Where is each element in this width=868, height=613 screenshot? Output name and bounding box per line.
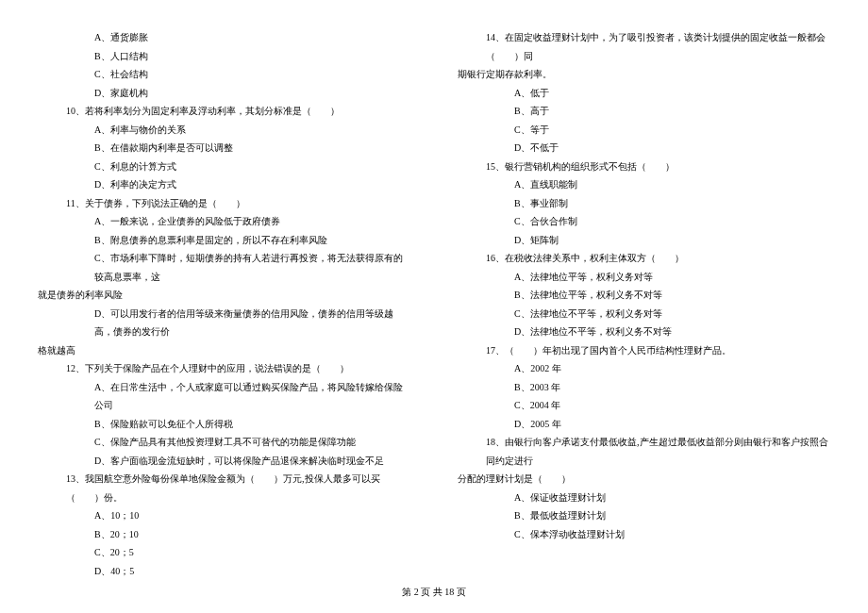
- option-text: B、20；10: [38, 525, 410, 544]
- option-text: C、社会结构: [38, 65, 410, 84]
- option-text: C、保险产品具有其他投资理财工具不可替代的功能是保障功能: [38, 433, 410, 452]
- option-text: A、法律地位平等，权利义务对等: [458, 268, 830, 287]
- option-text: D、法律地位不平等，权利义务不对等: [458, 323, 830, 341]
- option-text: A、低于: [458, 84, 830, 103]
- right-column: 14、在固定收益理财计划中，为了吸引投资者，该类计划提供的固定收益一般都会（ ）…: [458, 28, 830, 580]
- option-text: A、保证收益理财计划: [458, 489, 830, 507]
- option-text: C、2004 年: [458, 396, 830, 415]
- page-footer: 第 2 页 共 18 页: [0, 586, 868, 599]
- option-text: D、可以用发行者的信用等级来衡量债券的信用风险，债券的信用等级越高，债券的发行价: [38, 305, 410, 341]
- option-text: A、在日常生活中，个人或家庭可以通过购买保险产品，将风险转嫁给保险公司: [38, 378, 410, 415]
- option-text: C、市场利率下降时，短期债券的持有人若进行再投资，将无法获得原有的较高息票率，这: [38, 249, 410, 286]
- option-text: C、法律地位不平等，权利义务对等: [458, 305, 830, 323]
- question-text: 13、我国航空意外险每份保单地保险金额为（ ）万元,投保人最多可以买（ ）份。: [38, 470, 410, 506]
- question-text: 10、若将利率划分为固定利率及浮动利率，其划分标准是（ ）: [38, 102, 410, 121]
- option-text: B、事业部制: [458, 194, 830, 213]
- option-text: D、40；5: [38, 562, 410, 581]
- option-text: D、矩阵制: [458, 231, 830, 250]
- option-text: B、保险赔款可以免征个人所得税: [38, 415, 410, 434]
- option-text: B、附息债券的息票利率是固定的，所以不存在利率风险: [38, 231, 410, 250]
- option-text: B、最低收益理财计划: [458, 506, 830, 525]
- option-text: D、利率的决定方式: [38, 175, 410, 194]
- option-text: B、在借款期内利率是否可以调整: [38, 139, 410, 157]
- option-text: D、不低于: [458, 139, 830, 157]
- option-text: C、合伙合作制: [458, 212, 830, 231]
- question-text: 11、关于债券，下列说法正确的是（ ）: [38, 194, 410, 213]
- continuation-text: 格就越高: [38, 341, 410, 360]
- continuation-text: 分配的理财计划是（ ）: [458, 470, 830, 489]
- option-text: C、保本浮动收益理财计划: [458, 525, 830, 544]
- option-text: B、人口结构: [38, 47, 410, 66]
- option-text: D、客户面临现金流短缺时，可以将保险产品退保来解决临时现金不足: [38, 452, 410, 471]
- option-text: A、直线职能制: [458, 175, 830, 194]
- option-text: C、20；5: [38, 543, 410, 562]
- content-columns: A、通货膨胀 B、人口结构 C、社会结构 D、家庭机构 10、若将利率划分为固定…: [38, 28, 830, 580]
- left-column: A、通货膨胀 B、人口结构 C、社会结构 D、家庭机构 10、若将利率划分为固定…: [38, 28, 410, 580]
- option-text: C、等于: [458, 121, 830, 140]
- option-text: A、一般来说，企业债券的风险低于政府债券: [38, 212, 410, 231]
- option-text: D、家庭机构: [38, 84, 410, 103]
- option-text: C、利息的计算方式: [38, 157, 410, 176]
- option-text: B、法律地位平等，权利义务不对等: [458, 286, 830, 305]
- question-text: 17、（ ）年初出现了国内首个人民币结构性理财产品。: [458, 341, 830, 360]
- option-text: A、2002 年: [458, 359, 830, 378]
- option-text: B、高于: [458, 102, 830, 121]
- question-text: 15、银行营销机构的组织形式不包括（ ）: [458, 157, 830, 176]
- question-text: 14、在固定收益理财计划中，为了吸引投资者，该类计划提供的固定收益一般都会（ ）…: [458, 28, 830, 65]
- question-text: 12、下列关于保险产品在个人理财中的应用，说法错误的是（ ）: [38, 359, 410, 378]
- option-text: A、利率与物价的关系: [38, 121, 410, 140]
- option-text: A、通货膨胀: [38, 28, 410, 47]
- question-text: 18、由银行向客户承诺支付最低收益,产生超过最低收益部分则由银行和客户按照合同约…: [458, 433, 830, 470]
- question-text: 16、在税收法律关系中，权利主体双方（ ）: [458, 249, 830, 268]
- continuation-text: 就是债券的利率风险: [38, 286, 410, 305]
- option-text: A、10；10: [38, 506, 410, 525]
- option-text: D、2005 年: [458, 415, 830, 434]
- option-text: B、2003 年: [458, 378, 830, 397]
- continuation-text: 期银行定期存款利率。: [458, 65, 830, 84]
